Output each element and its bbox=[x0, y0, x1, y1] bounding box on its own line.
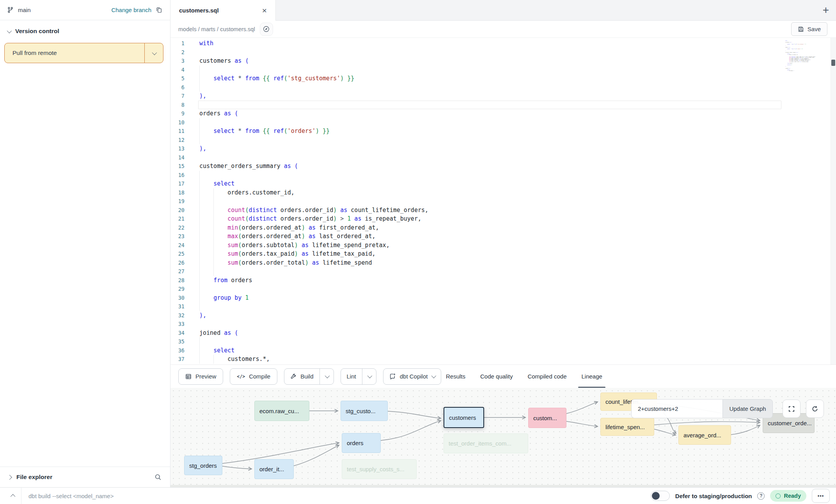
code-line: 17 select bbox=[170, 179, 836, 188]
code-text: sum(orders.subtotal) as lifetime_spend_p… bbox=[199, 241, 390, 250]
save-button[interactable]: Save bbox=[791, 22, 827, 36]
line-number: 13 bbox=[170, 144, 185, 153]
code-text: orders as ( bbox=[199, 109, 238, 118]
preview-button[interactable]: Preview bbox=[178, 368, 223, 385]
pull-dropdown-toggle[interactable] bbox=[144, 43, 163, 63]
change-branch-link[interactable]: Change branch bbox=[111, 7, 151, 13]
preview-label: Preview bbox=[195, 373, 216, 380]
search-icon[interactable] bbox=[154, 474, 162, 481]
line-number: 31 bbox=[170, 302, 185, 311]
code-editor[interactable]: 1with23customers as (45 select * from {{… bbox=[170, 38, 836, 364]
build-button-group: Build bbox=[284, 368, 334, 385]
tabbar-empty bbox=[276, 0, 816, 20]
lineage-node-stg_customers[interactable]: stg_custo... bbox=[341, 401, 388, 421]
refresh-button[interactable] bbox=[806, 400, 824, 418]
fullscreen-button[interactable] bbox=[783, 400, 801, 418]
indent-guide bbox=[199, 302, 200, 311]
lint-dropdown-toggle[interactable] bbox=[362, 369, 376, 384]
lineage-node-custom_semantic[interactable]: custom... bbox=[528, 408, 566, 428]
panel-tab-code-quality[interactable]: Code quality bbox=[480, 365, 513, 388]
indent-guide bbox=[199, 276, 200, 285]
panel-tab-compiled-code[interactable]: Compiled code bbox=[527, 365, 566, 388]
indent-guide bbox=[199, 214, 200, 223]
sidebar-empty-area bbox=[0, 63, 170, 467]
code-line: 6 bbox=[170, 83, 836, 92]
chevron-down-icon bbox=[431, 373, 437, 378]
update-graph-button[interactable]: Update Graph bbox=[722, 399, 773, 418]
line-number: 17 bbox=[170, 179, 185, 188]
indent-guide bbox=[199, 232, 200, 241]
lineage-node-customers[interactable]: customers bbox=[444, 407, 484, 428]
code-text: customers as ( bbox=[199, 57, 248, 65]
version-control-header[interactable]: Version control bbox=[0, 20, 170, 42]
help-icon[interactable]: ? bbox=[757, 492, 765, 500]
line-number: 27 bbox=[170, 267, 185, 276]
lineage-node-lifetime_spend[interactable]: lifetime_spen... bbox=[600, 418, 654, 436]
lineage-node-test_order_items[interactable]: test_order_items_com... bbox=[444, 433, 528, 453]
code-line: 16 bbox=[170, 171, 836, 180]
status-bar-right: Defer to staging/production ? Ready ••• bbox=[651, 489, 830, 503]
wrench-icon bbox=[290, 373, 296, 380]
lineage-node-order_items[interactable]: order_it... bbox=[254, 459, 294, 479]
file-explorer-header[interactable]: File explorer bbox=[0, 467, 170, 487]
indent-guide bbox=[199, 136, 200, 145]
editor-scrollbar-track[interactable] bbox=[831, 38, 836, 364]
code-text: ), bbox=[199, 92, 206, 101]
status-circle-icon bbox=[776, 493, 781, 499]
indent-guide bbox=[199, 127, 200, 136]
indent-guide bbox=[199, 83, 200, 92]
expand-command-bar-button[interactable] bbox=[5, 494, 21, 498]
explore-lineage-button[interactable] bbox=[260, 23, 273, 36]
indent-guide bbox=[199, 285, 200, 294]
panel-tab-lineage[interactable]: Lineage bbox=[581, 365, 602, 388]
dbt-ide-window: main Change branch Version control Pull … bbox=[0, 0, 836, 504]
code-text: ), bbox=[199, 311, 206, 320]
indent-guide bbox=[199, 74, 200, 83]
dbt-copilot-button[interactable]: dbt Copilot bbox=[383, 369, 441, 384]
lineage-node-ecom_raw[interactable]: ecom.raw_cu... bbox=[254, 401, 309, 421]
compass-icon bbox=[263, 26, 270, 32]
code-line: 7), bbox=[170, 92, 836, 101]
lint-button[interactable]: Lint bbox=[341, 369, 362, 384]
code-line: 2 bbox=[170, 48, 836, 57]
indent-guide bbox=[213, 197, 214, 206]
code-text: select * from {{ ref('stg_customers') }} bbox=[199, 74, 354, 83]
line-number: 24 bbox=[170, 241, 185, 250]
panel-tab-results[interactable]: Results bbox=[446, 365, 465, 388]
results-panel-tabs: ResultsCode qualityCompiled codeLineage bbox=[446, 365, 602, 388]
code-line: 12 bbox=[170, 136, 836, 145]
code-line: 21 count(distinct orders.order_id) > 1 a… bbox=[170, 214, 836, 223]
tab-customers-sql[interactable]: customers.sql × bbox=[170, 0, 276, 21]
chevron-down-icon bbox=[367, 373, 372, 378]
line-number: 28 bbox=[170, 276, 185, 285]
dbt-command-input[interactable] bbox=[28, 493, 270, 499]
code-line: 20 count(distinct orders.order_id) as co… bbox=[170, 206, 836, 215]
defer-toggle[interactable] bbox=[651, 491, 670, 501]
git-branch-icon bbox=[7, 7, 14, 13]
lineage-node-test_supply_costs[interactable]: test_supply_costs_s... bbox=[342, 459, 417, 479]
lineage-node-stg_orders[interactable]: stg_orders bbox=[184, 456, 222, 475]
status-badge[interactable]: Ready bbox=[770, 490, 806, 502]
close-icon[interactable]: × bbox=[262, 6, 267, 14]
lineage-selector-input[interactable] bbox=[631, 399, 722, 418]
lineage-node-average_order[interactable]: average_ord... bbox=[678, 425, 731, 445]
new-tab-button[interactable]: + bbox=[816, 0, 836, 20]
lineage-panel: Update Graph ecom.raw_cu...stg_custo...c… bbox=[170, 388, 836, 485]
copy-icon[interactable] bbox=[156, 7, 162, 13]
editor-minimap[interactable]: withcustomers as ( select * from {{ ref(… bbox=[785, 40, 819, 71]
code-text: customers.*, bbox=[199, 355, 270, 364]
more-options-button[interactable]: ••• bbox=[812, 489, 830, 503]
build-button[interactable]: Build bbox=[284, 369, 319, 384]
line-number: 5 bbox=[170, 74, 185, 83]
line-number: 25 bbox=[170, 249, 185, 258]
line-number: 2 bbox=[170, 48, 185, 57]
line-number: 1 bbox=[170, 39, 185, 48]
lineage-node-orders[interactable]: orders bbox=[342, 433, 381, 453]
editor-scrollbar-thumb[interactable] bbox=[831, 60, 835, 66]
status-bar: Defer to staging/production ? Ready ••• bbox=[0, 487, 836, 504]
compile-button[interactable]: </> Compile bbox=[230, 368, 277, 385]
pull-from-remote-button[interactable]: Pull from remote bbox=[4, 43, 163, 63]
code-editor-region: 1with23customers as (45 select * from {{… bbox=[170, 38, 836, 364]
build-dropdown-toggle[interactable] bbox=[319, 369, 334, 384]
code-line: 11 select * from {{ ref('orders') }} bbox=[170, 127, 836, 136]
